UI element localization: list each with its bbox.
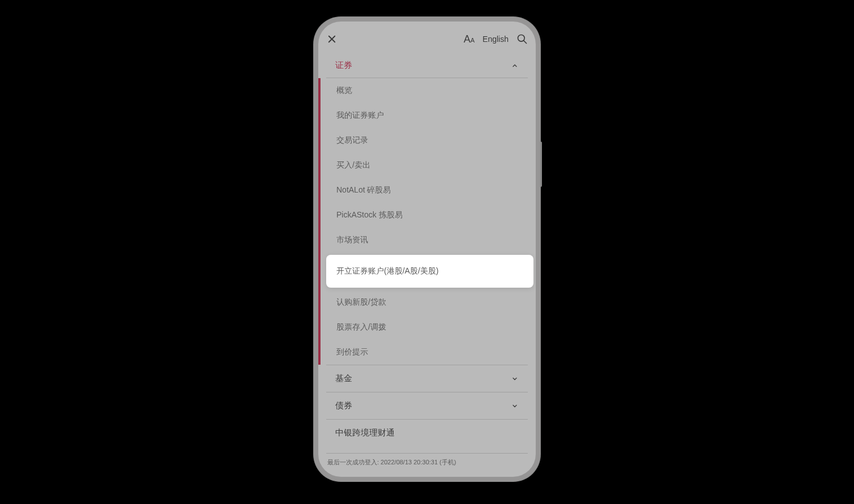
submenu-item-open-account[interactable]: 开立证券账户(港股/A股/美股) bbox=[326, 255, 533, 288]
section-header-crossborder[interactable]: 中银跨境理财通 bbox=[326, 420, 528, 446]
section-title-bonds: 债券 bbox=[335, 400, 352, 411]
submenu-securities: 概览 我的证券账户 交易记录 买入/卖出 NotALot 碎股易 PickASt… bbox=[318, 78, 536, 365]
language-toggle[interactable]: English bbox=[482, 35, 509, 44]
close-icon[interactable] bbox=[326, 33, 338, 45]
submenu-item-market-info[interactable]: 市场资讯 bbox=[321, 228, 536, 253]
phone-frame: AA English 证券 bbox=[314, 17, 540, 481]
submenu-list: 概览 我的证券账户 交易记录 买入/卖出 NotALot 碎股易 PickASt… bbox=[318, 78, 536, 365]
section-title-funds: 基金 bbox=[335, 373, 352, 384]
submenu-item-pickastock[interactable]: PickAStock 拣股易 bbox=[321, 203, 536, 228]
font-size-icon[interactable]: AA bbox=[464, 33, 475, 45]
submenu-item-my-accounts[interactable]: 我的证券账户 bbox=[321, 103, 536, 128]
section-title-crossborder: 中银跨境理财通 bbox=[335, 428, 395, 437]
content-area: 证券 概览 我的证券账户 交易记录 买入/卖出 NotALot 碎股易 Pick… bbox=[318, 53, 536, 471]
last-login-text: 最后一次成功登入: 2022/08/13 20:30:31 (手机) bbox=[318, 454, 536, 471]
submenu-item-overview[interactable]: 概览 bbox=[321, 78, 536, 103]
chevron-down-icon bbox=[511, 375, 519, 383]
search-icon[interactable] bbox=[516, 33, 528, 45]
submenu-item-stock-deposit[interactable]: 股票存入/调拨 bbox=[321, 315, 536, 340]
top-bar: AA English bbox=[318, 22, 536, 53]
section-header-bonds[interactable]: 债券 bbox=[326, 392, 528, 420]
phone-side-button bbox=[540, 142, 542, 187]
submenu-item-transaction-history[interactable]: 交易记录 bbox=[321, 128, 536, 153]
top-bar-right: AA English bbox=[464, 33, 528, 45]
submenu-item-ipo[interactable]: 认购新股/贷款 bbox=[321, 290, 536, 315]
section-header-securities[interactable]: 证券 bbox=[326, 53, 528, 78]
section-title-securities: 证券 bbox=[335, 60, 352, 71]
submenu-item-buy-sell[interactable]: 买入/卖出 bbox=[321, 153, 536, 178]
section-header-funds[interactable]: 基金 bbox=[326, 365, 528, 392]
svg-line-3 bbox=[524, 41, 527, 44]
phone-screen: AA English 证券 bbox=[318, 22, 536, 477]
submenu-item-price-alert[interactable]: 到价提示 bbox=[321, 340, 536, 365]
submenu-item-notalot[interactable]: NotALot 碎股易 bbox=[321, 178, 536, 203]
chevron-down-icon bbox=[511, 402, 519, 410]
chevron-up-icon bbox=[511, 62, 519, 70]
